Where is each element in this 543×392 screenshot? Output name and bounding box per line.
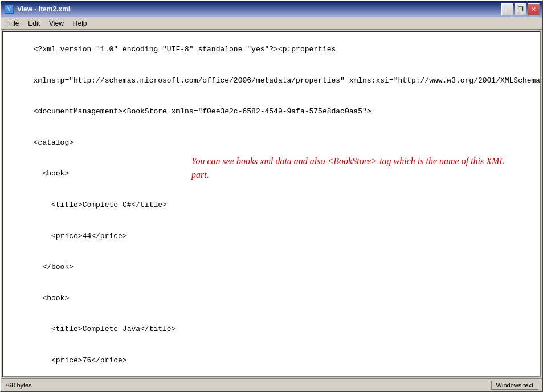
xml-line-3: <documentManagement><BookStore xmlns="f0… <box>34 107 371 116</box>
restore-button[interactable]: ❐ <box>515 3 526 15</box>
xml-line-2: xmlns:p="http://schemas.microsoft.com/of… <box>34 76 541 85</box>
xml-line-11: <price>76</price> <box>34 356 127 365</box>
minimize-button[interactable]: — <box>501 3 513 15</box>
menu-file[interactable]: File <box>3 18 23 28</box>
xml-line-8: </book> <box>34 263 74 271</box>
close-button[interactable]: ✕ <box>528 3 540 15</box>
window-title: View - item2.xml <box>17 5 70 13</box>
status-size: 768 bytes <box>5 382 32 389</box>
status-bar: 768 bytes Windows text <box>1 378 542 391</box>
xml-line-7: <price>44</price> <box>34 232 127 240</box>
menu-view[interactable]: View <box>44 18 68 28</box>
xml-line-5: <book> <box>34 169 69 178</box>
xml-line-10: <title>Complete Java</title> <box>34 325 176 333</box>
xml-line-4: <catalog> <box>34 138 74 147</box>
xml-display: <?xml version="1.0" encoding="UTF-8" sta… <box>3 32 540 377</box>
xml-line-9: <book> <box>34 294 69 303</box>
app-icon-letter: V <box>7 6 11 13</box>
annotation-text: You can see books xml data and also <Boo… <box>191 156 504 179</box>
menu-bar: File Edit View Help <box>1 17 542 30</box>
xml-line-1: <?xml version="1.0" encoding="UTF-8" sta… <box>34 45 336 54</box>
app-icon: V <box>5 5 14 14</box>
menu-edit[interactable]: Edit <box>23 18 44 28</box>
title-bar-buttons: — ❐ ✕ <box>501 3 540 15</box>
title-bar: V View - item2.xml — ❐ ✕ <box>1 1 542 17</box>
annotation-callout: You can see books xml data and also <Boo… <box>191 154 522 182</box>
status-encoding: Windows text <box>491 381 538 390</box>
menu-help[interactable]: Help <box>68 18 92 28</box>
content-area[interactable]: <?xml version="1.0" encoding="UTF-8" sta… <box>2 31 541 377</box>
main-window: V View - item2.xml — ❐ ✕ File Edit View … <box>0 0 543 392</box>
title-bar-left: V View - item2.xml <box>5 5 70 14</box>
xml-line-6: <title>Complete C#</title> <box>34 201 167 209</box>
